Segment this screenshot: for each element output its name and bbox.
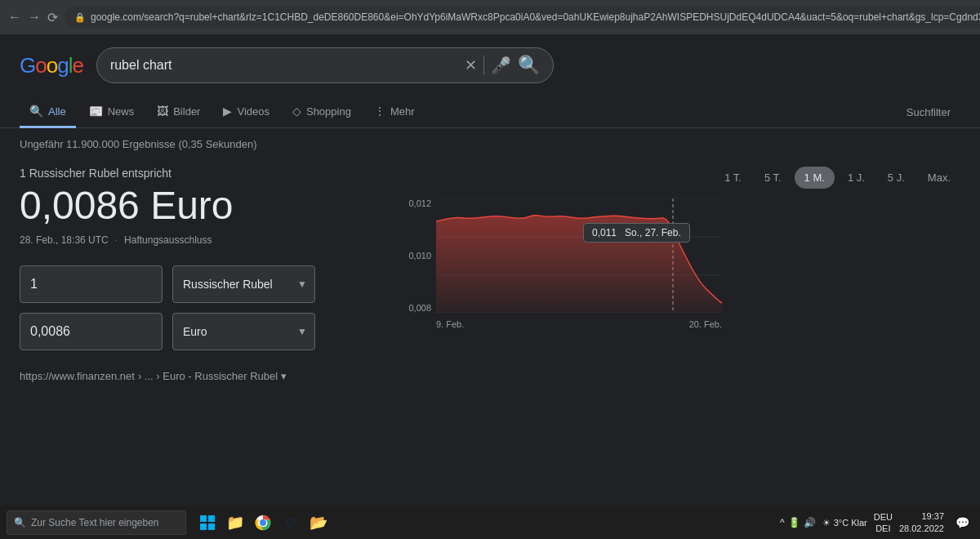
back-button[interactable]: ←: [8, 10, 21, 24]
shopping-icon: ◇: [292, 105, 301, 118]
lang-sub: DEI: [874, 523, 893, 534]
taskbar-notification-icon[interactable]: 💬: [951, 511, 973, 534]
x-label-1: 20. Feb.: [689, 319, 722, 329]
meta-dot: ·: [115, 234, 118, 246]
taskbar-time: 19:37 28.02.2022: [899, 510, 944, 536]
google-header: Google ✕ 🎤 🔍: [0, 34, 980, 96]
lang-badge: DEU DEI: [874, 511, 893, 535]
chart-wrapper: 0,012 0,010 0,008: [395, 198, 722, 329]
lock-icon: 🔒: [74, 12, 86, 23]
date-text: 28.02.2022: [899, 523, 944, 535]
suchfilter-button[interactable]: Suchfilter: [897, 98, 960, 127]
chart-inner: 0,011 So., 27. Feb.: [436, 198, 722, 313]
chart-area: 1 T. 5 T. 1 M. 1 J. 5 J. Max. 0,012 0,01…: [395, 167, 960, 329]
svg-rect-7: [200, 523, 207, 530]
taskbar-chevron-icon[interactable]: ^: [780, 517, 785, 528]
weather-icon: ☀: [822, 518, 831, 528]
bilder-icon: 🖼: [157, 105, 168, 118]
search-button[interactable]: 🔍: [518, 55, 540, 76]
chart-tooltip: 0,011 So., 27. Feb.: [583, 223, 690, 243]
to-currency-wrapper: Euro ▼: [172, 313, 315, 350]
search-divider: [483, 56, 484, 75]
to-amount-input[interactable]: [20, 313, 163, 350]
currency-meta: 28. Feb., 18:36 UTC · Haftungsausschluss: [20, 234, 363, 246]
url-bar[interactable]: 🔒 google.com/search?q=rubel+chart&rlz=1C…: [65, 6, 980, 29]
results-count: Ungefähr 11.900.000 Ergebnisse (0,35 Sek…: [20, 138, 960, 150]
google-logo: Google: [20, 53, 83, 78]
tab-videos[interactable]: ▶ Videos: [213, 96, 279, 128]
chart-x-labels: 9. Feb. 20. Feb.: [436, 313, 722, 329]
time-btn-1j[interactable]: 1 J.: [838, 167, 875, 189]
tab-shopping[interactable]: ◇ Shopping: [283, 96, 361, 128]
svg-rect-6: [208, 515, 215, 522]
x-label-0: 9. Feb.: [436, 319, 464, 329]
taskbar-explorer-icon[interactable]: 📁: [224, 511, 247, 534]
bottom-link-url: https://www.finanzen.net: [20, 370, 135, 382]
clear-button[interactable]: ✕: [465, 56, 477, 74]
currency-date: 28. Feb., 18:36 UTC: [20, 234, 109, 246]
currency-widget: 1 Russischer Rubel entspricht 0,0086 Eur…: [20, 167, 960, 350]
from-currency-select[interactable]: Russischer Rubel: [172, 265, 315, 303]
page: Google ✕ 🎤 🔍 🔍 Alle 📰 News 🖼 Bilder: [0, 34, 980, 392]
from-row: Russischer Rubel ▼: [20, 265, 363, 303]
mic-button[interactable]: 🎤: [491, 56, 511, 75]
nav-tabs: 🔍 Alle 📰 News 🖼 Bilder ▶ Videos ◇ Shoppi…: [0, 96, 980, 128]
tooltip-date: So., 27. Feb.: [625, 227, 681, 238]
chart-svg: [436, 198, 722, 313]
taskbar: 🔍 Zur Suche Text hier eingeben 📁 ⚙ 📂: [0, 506, 980, 539]
forward-button[interactable]: →: [28, 10, 41, 24]
taskbar-windows-icon[interactable]: [196, 511, 219, 534]
to-currency-select[interactable]: Euro: [172, 313, 315, 350]
taskbar-volume-icon: 🔊: [804, 517, 816, 528]
results-area: Ungefähr 11.900.000 Ergebnisse (0,35 Sek…: [0, 128, 980, 392]
tab-alle[interactable]: 🔍 Alle: [20, 96, 76, 128]
time-btn-max[interactable]: Max.: [918, 167, 960, 189]
currency-value: 0,0086 Euro: [20, 185, 363, 228]
search-input[interactable]: [110, 58, 458, 73]
tab-shopping-label: Shopping: [306, 105, 351, 118]
time-text: 19:37: [899, 510, 944, 523]
tab-alle-label: Alle: [48, 105, 66, 118]
taskbar-icons: 📁 ⚙ 📂: [196, 511, 330, 534]
currency-inputs: Russischer Rubel ▼ Euro ▼: [20, 265, 363, 350]
from-amount-input[interactable]: [20, 265, 163, 303]
taskbar-weather: ☀ 3°C Klar: [822, 518, 867, 528]
tab-news[interactable]: 📰 News: [79, 96, 145, 128]
tab-mehr[interactable]: ⋮ Mehr: [364, 96, 425, 128]
bottom-link-path: › ... › Euro - Russischer Rubel: [138, 370, 278, 382]
currency-subtitle: 1 Russischer Rubel entspricht: [20, 167, 363, 180]
svg-rect-8: [208, 523, 215, 530]
taskbar-network-icon: 🔋: [788, 517, 800, 528]
taskbar-folder-icon[interactable]: 📂: [307, 511, 330, 534]
y-label-2: 0,008: [408, 303, 431, 313]
from-currency-wrapper: Russischer Rubel ▼: [172, 265, 315, 303]
suchfilter-label: Suchfilter: [906, 106, 951, 118]
currency-left: 1 Russischer Rubel entspricht 0,0086 Eur…: [20, 167, 363, 350]
taskbar-steam-icon[interactable]: ⚙: [279, 511, 302, 534]
time-btn-5j[interactable]: 5 J.: [878, 167, 915, 189]
tab-bilder-label: Bilder: [173, 105, 200, 118]
taskbar-search[interactable]: 🔍 Zur Suche Text hier eingeben: [7, 510, 186, 535]
dropdown-icon[interactable]: ▾: [281, 370, 287, 382]
weather-text: 3°C Klar: [834, 518, 867, 528]
tab-videos-label: Videos: [237, 105, 270, 118]
reload-button[interactable]: ⟳: [47, 10, 58, 24]
news-icon: 📰: [89, 105, 103, 118]
taskbar-search-icon: 🔍: [14, 517, 26, 528]
url-text: google.com/search?q=rubel+chart&rlz=1C1C…: [91, 11, 980, 23]
chart-y-labels: 0,012 0,010 0,008: [395, 198, 436, 313]
lang-text: DEU: [874, 511, 893, 523]
to-row: Euro ▼: [20, 313, 363, 350]
bottom-link[interactable]: https://www.finanzen.net › ... › Euro - …: [20, 370, 960, 382]
alle-icon: 🔍: [29, 105, 43, 118]
search-bar[interactable]: ✕ 🎤 🔍: [96, 47, 554, 83]
taskbar-right: ^ 🔋 🔊 ☀ 3°C Klar DEU DEI 19:37 28.02.202…: [780, 510, 973, 536]
taskbar-chrome-icon[interactable]: [252, 511, 274, 534]
time-btn-1m[interactable]: 1 M.: [795, 167, 835, 189]
time-btn-5t[interactable]: 5 T.: [755, 167, 791, 189]
time-btn-1t[interactable]: 1 T.: [715, 167, 751, 189]
svg-rect-5: [200, 515, 207, 522]
haftung-link[interactable]: Haftungsausschluss: [124, 234, 212, 246]
tab-news-label: News: [108, 105, 135, 118]
tab-bilder[interactable]: 🖼 Bilder: [147, 96, 210, 128]
